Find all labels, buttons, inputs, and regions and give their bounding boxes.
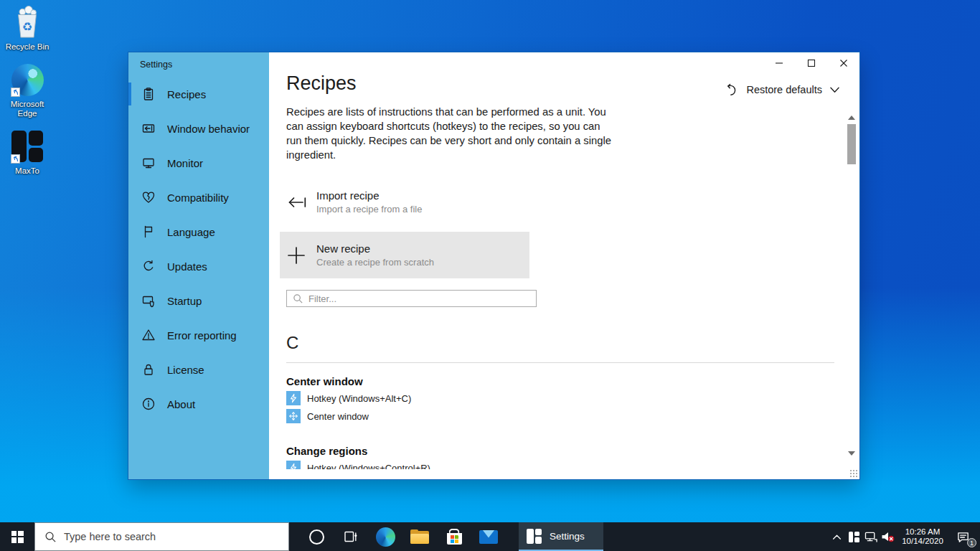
- cortana-button[interactable]: [299, 522, 334, 551]
- taskbar-edge-button[interactable]: [368, 522, 402, 551]
- scroll-thumb[interactable]: [847, 124, 856, 164]
- close-button[interactable]: [827, 52, 859, 74]
- action-subtitle: Create a recipe from scratch: [316, 257, 434, 268]
- recipe-group-title: Change regions: [286, 445, 859, 457]
- sidebar-item-recipes[interactable]: Recipes: [128, 77, 269, 111]
- volume-muted-icon: [881, 531, 895, 543]
- maxto-settings-window: Settings Recipes Window behavior Monitor: [128, 52, 860, 480]
- desktop-icon-recycle-bin[interactable]: ♻ Recycle Bin: [1, 4, 54, 52]
- edge-icon: [10, 62, 44, 98]
- section-divider: [286, 362, 834, 363]
- sidebar-item-compatibility[interactable]: Compatibility: [128, 180, 269, 215]
- sidebar-item-label: Monitor: [167, 157, 203, 169]
- task-view-icon: [344, 529, 358, 544]
- ethernet-network-icon: [864, 531, 878, 543]
- mail-icon: [479, 530, 498, 544]
- tray-maxto-button[interactable]: [845, 522, 862, 551]
- taskbar-search-input[interactable]: [64, 531, 288, 542]
- action-title: New recipe: [316, 242, 434, 255]
- desktop-icon-maxto[interactable]: MaxTo: [1, 128, 54, 176]
- move-arrows-icon: [286, 409, 301, 423]
- shortcut-arrow-icon: [11, 154, 20, 164]
- desktop-icon-microsoft-edge[interactable]: Microsoft Edge: [1, 62, 54, 118]
- sidebar-item-label: Startup: [167, 295, 202, 307]
- desktop-icon-label: Recycle Bin: [6, 42, 50, 52]
- import-recipe-button[interactable]: Import recipe Import a recipe from a fil…: [280, 185, 529, 219]
- tray-show-hidden-icons-button[interactable]: [828, 522, 845, 551]
- clock-time: 10:26 AM: [899, 527, 946, 537]
- active-app-label: Settings: [550, 531, 585, 542]
- sidebar-nav: Recipes Window behavior Monitor Compatib…: [128, 77, 269, 421]
- start-button[interactable]: [0, 522, 34, 551]
- recipe-row-label: Center window: [307, 411, 369, 422]
- sidebar-item-updates[interactable]: Updates: [128, 249, 269, 283]
- tray-network-button[interactable]: [862, 522, 880, 551]
- shortcut-arrow-icon: [11, 88, 20, 97]
- section-letter: C: [286, 333, 859, 353]
- resize-grip[interactable]: [849, 468, 858, 478]
- taskbar-file-explorer-button[interactable]: [402, 522, 437, 551]
- hotkey-lightning-icon: [286, 391, 301, 405]
- svg-text:♻: ♻: [22, 20, 33, 33]
- plus-icon: [286, 246, 306, 265]
- content-bottom-mask: [269, 469, 845, 479]
- maxto-icon: [10, 128, 44, 164]
- sidebar-item-language[interactable]: Language: [128, 215, 269, 249]
- scrollbar[interactable]: [846, 113, 857, 458]
- new-recipe-button[interactable]: New recipe Create a recipe from scratch: [280, 232, 529, 278]
- taskbar-mail-button[interactable]: [471, 522, 506, 551]
- action-title: Import recipe: [316, 189, 422, 202]
- clock-date: 10/14/2020: [899, 537, 946, 546]
- monitor-icon: [141, 156, 156, 170]
- restore-defaults-button[interactable]: Restore defaults: [724, 83, 839, 97]
- action-center-button[interactable]: 1: [948, 522, 977, 551]
- refresh-icon: [141, 259, 156, 273]
- sidebar-item-window-behavior[interactable]: Window behavior: [128, 111, 269, 146]
- recycle-bin-icon: ♻: [10, 4, 44, 40]
- chevron-down-icon[interactable]: [830, 87, 839, 93]
- filter-input[interactable]: [308, 293, 530, 304]
- search-icon: [293, 293, 303, 304]
- flag-icon: [141, 225, 156, 239]
- taskbar-store-button[interactable]: [437, 522, 471, 551]
- sidebar-item-license[interactable]: License: [128, 352, 269, 387]
- notification-badge: 1: [967, 538, 976, 547]
- desktop-icon-label: MaxTo: [15, 166, 39, 176]
- sidebar-item-label: About: [167, 398, 195, 410]
- search-icon: [44, 531, 57, 543]
- chevron-up-icon: [832, 534, 842, 540]
- cortana-icon: [309, 529, 324, 545]
- system-tray: 10:26 AM 10/14/2020 1: [828, 522, 980, 551]
- sidebar-item-startup[interactable]: Startup: [128, 283, 269, 318]
- settings-content: Restore defaults Recipes Recipes are lis…: [269, 52, 859, 479]
- sidebar-item-label: Updates: [167, 260, 207, 273]
- tray-volume-button[interactable]: [880, 522, 897, 551]
- recipe-row-action[interactable]: Center window: [286, 409, 859, 423]
- windows-logo-icon: [11, 531, 24, 543]
- recipe-row-hotkey[interactable]: Hotkey (Windows+Alt+C): [286, 391, 859, 405]
- task-view-button[interactable]: [334, 522, 368, 551]
- edge-icon: [376, 527, 395, 547]
- info-icon: [141, 397, 156, 411]
- minimize-button[interactable]: [763, 52, 795, 74]
- sidebar-item-label: Language: [167, 226, 215, 238]
- restore-defaults-label: Restore defaults: [746, 84, 822, 95]
- sidebar-item-about[interactable]: About: [128, 387, 269, 421]
- sidebar-item-monitor[interactable]: Monitor: [128, 146, 269, 180]
- clipboard-icon: [141, 87, 156, 101]
- settings-sidebar: Settings Recipes Window behavior Monitor: [128, 52, 269, 479]
- taskbar-active-app-settings[interactable]: Settings: [519, 522, 603, 551]
- scroll-up-arrow[interactable]: [846, 113, 857, 123]
- broken-heart-icon: [141, 190, 156, 204]
- recipe-group-title: Center window: [286, 375, 859, 387]
- sidebar-item-error-reporting[interactable]: Error reporting: [128, 318, 269, 352]
- startup-shield-icon: [141, 293, 156, 308]
- maxto-icon: [527, 529, 542, 544]
- taskbar-clock[interactable]: 10:26 AM 10/14/2020: [897, 527, 948, 546]
- undo-icon: [724, 83, 738, 97]
- scroll-down-arrow[interactable]: [846, 448, 857, 458]
- maximize-button[interactable]: [795, 52, 827, 74]
- import-arrow-icon: [286, 193, 306, 212]
- window-arrow-icon: [141, 121, 156, 136]
- sidebar-title: Settings: [128, 52, 269, 70]
